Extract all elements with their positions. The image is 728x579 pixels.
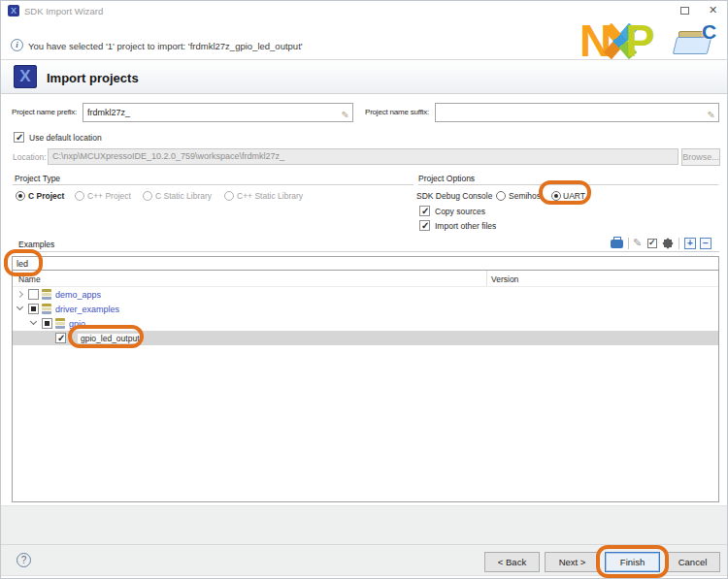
info-icon: i — [11, 39, 23, 51]
sdk-import-wizard-window: X SDK Import Wizard ✕ i You have selecte… — [0, 0, 728, 579]
back-button[interactable]: < Back — [484, 552, 540, 572]
c-static-library-radio[interactable] — [143, 191, 152, 201]
sdk-stack-icon — [42, 304, 51, 314]
select-all-icon[interactable] — [647, 239, 657, 248]
import-projects-icon: X — [14, 65, 37, 88]
cpp-static-library-radio[interactable] — [224, 191, 234, 201]
nxp-logo: N P — [579, 21, 677, 60]
folder-c-icon: C — [675, 24, 719, 59]
info-message: You have selected '1' project to import:… — [28, 41, 303, 51]
semihost-label: Semihos — [509, 191, 541, 201]
cancel-button[interactable]: Cancel — [665, 552, 720, 572]
version-column-header[interactable]: Version — [491, 274, 518, 284]
sdk-stack-icon — [55, 318, 65, 329]
use-default-location-checkbox[interactable] — [14, 132, 24, 143]
project-options-title: Project Options — [418, 174, 475, 183]
location-label: Location: — [13, 152, 47, 162]
page-title: Import projects — [47, 71, 139, 85]
suffix-label: Project name suffix: — [365, 108, 429, 116]
sdk-debug-console-label: SDK Debug Console — [416, 191, 492, 201]
tree-item-demo-apps[interactable]: demo_apps — [55, 290, 101, 300]
cpp-project-label: C++ Project — [87, 191, 131, 201]
import-other-files-checkbox[interactable] — [419, 220, 430, 231]
use-default-location-label: Use default location — [29, 133, 102, 143]
collapse-all-icon[interactable]: − — [700, 238, 711, 249]
annotation-finish — [596, 545, 669, 578]
gpio-checkbox[interactable] — [42, 318, 52, 329]
edit-decorator-icon: ✎ — [708, 107, 715, 122]
copy-sources-label: Copy sources — [435, 207, 485, 216]
c-project-label: C Project — [28, 191, 64, 201]
prefix-input[interactable]: frdmkl27z_✎ — [83, 103, 353, 122]
annotation-led-search — [4, 249, 43, 276]
driver-examples-checkbox[interactable] — [28, 304, 39, 314]
window-title: SDK Import Wizard — [24, 6, 103, 16]
import-icon[interactable] — [611, 240, 623, 248]
nxp-letter-p: P — [625, 21, 653, 60]
cpp-project-radio[interactable] — [75, 191, 84, 201]
import-other-files-label: Import other files — [435, 221, 496, 231]
next-button[interactable]: Next > — [545, 552, 600, 572]
edit-icon[interactable]: ✎ — [633, 237, 642, 249]
copy-sources-checkbox[interactable] — [419, 206, 430, 216]
semihost-radio[interactable] — [496, 191, 506, 201]
close-button[interactable]: ✕ — [709, 4, 717, 16]
cpp-static-library-label: C++ Static Library — [237, 191, 303, 201]
tree-item-driver-examples[interactable]: driver_examples — [55, 305, 119, 314]
expand-all-icon[interactable]: + — [684, 238, 696, 249]
maximize-button[interactable] — [680, 7, 689, 15]
annotation-uart — [539, 180, 591, 205]
project-type-title: Project Type — [15, 174, 60, 183]
help-icon[interactable]: ? — [17, 553, 31, 567]
c-project-radio[interactable] — [16, 191, 25, 201]
browse-button[interactable]: Browse... — [681, 148, 720, 166]
edit-decorator-icon: ✎ — [342, 107, 349, 122]
c-static-library-label: C Static Library — [155, 191, 212, 201]
sdk-stack-icon — [42, 289, 51, 300]
demo-apps-checkbox[interactable] — [28, 289, 39, 300]
suffix-input[interactable]: ✎ — [435, 103, 719, 122]
annotation-gpio-led-output — [68, 325, 144, 348]
location-input: C:\nxp\MCUXpressoIDE_10.2.0_759\workspac… — [48, 148, 678, 165]
prefix-label: Project name prefix: — [12, 108, 77, 116]
app-icon: X — [8, 5, 19, 16]
gpio-led-output-checkbox[interactable] — [55, 333, 66, 343]
examples-title: Examples — [18, 240, 54, 249]
